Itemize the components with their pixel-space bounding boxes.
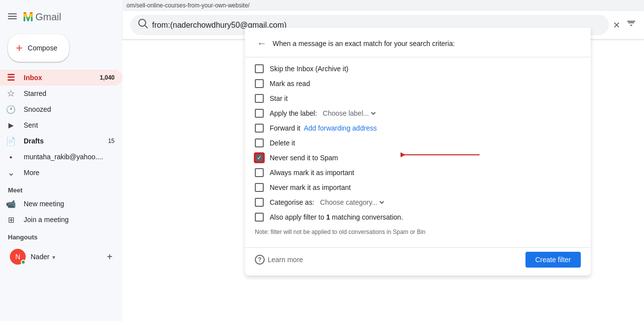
never-spam-label: Never send it to Spam [270,154,338,162]
sidebar-item-email[interactable]: ● muntaha_rakib@yahoo.... [0,149,122,165]
sidebar-item-sent[interactable]: ▶ Sent [0,117,122,133]
sidebar-item-inbox[interactable]: ☰ Inbox 1,040 [0,70,122,86]
sidebar-item-starred[interactable]: ☆ Starred [0,86,122,101]
svg-rect-0 [8,13,17,14]
learn-more-text: Learn more [268,256,303,264]
sidebar-item-label: Drafts [24,137,100,145]
skip-inbox-checkbox[interactable] [255,64,264,73]
hangout-user-item[interactable]: N Nader ▼ + [6,247,117,267]
snoozed-icon: 🕐 [6,104,16,114]
url-text: om/sell-online-courses-from-your-own-web… [126,2,249,9]
filter-row-categorise: Categorise as: Choose category... [255,195,581,210]
category-select[interactable]: Choose category... [318,198,386,207]
drafts-count: 15 [108,138,115,144]
grid-icon: ⊞ [6,215,16,225]
sidebar-item-label: Inbox [24,74,92,82]
starred-icon: ☆ [6,89,16,98]
mark-read-checkbox[interactable] [255,79,264,88]
dropdown-arrow: ▼ [51,255,56,260]
filter-row-never-spam: Never send it to Spam [255,150,581,165]
create-filter-button[interactable]: Create filter [525,252,581,268]
new-meeting-label: New meeting [24,200,115,208]
delete-label: Delete it [270,139,295,147]
online-status-dot [21,260,26,265]
gmail-text-logo: Gmail [36,11,61,23]
learn-more-link[interactable]: ? Learn more [255,255,303,265]
chevron-down-icon: ⌄ [6,168,16,178]
sidebar-item-label: muntaha_rakib@yahoo.... [24,153,115,161]
filter-row-star-it: Star it [255,91,581,106]
gmail-logo: M Gmail [23,9,61,25]
more-label: More [24,169,115,177]
hangouts-section-title: Hangouts [0,228,122,243]
forward-label: Forward it Add forwarding address [270,124,377,132]
video-icon: 📹 [6,199,16,209]
never-important-checkbox[interactable] [255,183,264,192]
add-hangout-button[interactable]: + [105,249,115,265]
arrow-line [401,154,480,155]
help-icon: ? [255,255,265,265]
sidebar-item-drafts[interactable]: 📄 Drafts 15 [0,133,122,149]
forward-checkbox[interactable] [255,124,264,133]
filter-body: Skip the Inbox (Archive it) Mark as read… [245,57,591,245]
filter-panel: ← When a message is an exact match for y… [245,28,591,275]
svg-rect-2 [8,18,17,19]
sidebar-item-more[interactable]: ⌄ More [0,165,122,181]
filter-row-mark-read: Mark as read [255,76,581,91]
filter-row-skip-inbox: Skip the Inbox (Archive it) [255,61,581,76]
filter-title: When a message is an exact match for you… [273,40,455,47]
sidebar-item-join-meeting[interactable]: ⊞ Join a meeting [0,212,122,228]
hangouts-section: N Nader ▼ + [0,243,122,271]
compose-plus-icon: + [16,42,23,54]
categorise-checkbox[interactable] [255,198,264,207]
avatar-letter: N [15,253,20,261]
sidebar: M Gmail + Compose ☰ Inbox 1,040 ☆ Starre… [0,0,122,321]
sidebar-item-label: Sent [24,121,115,129]
star-it-checkbox[interactable] [255,94,264,103]
compose-button[interactable]: + Compose [8,34,69,62]
also-apply-checkbox[interactable] [255,213,264,222]
svg-rect-1 [8,16,17,17]
skip-inbox-label: Skip the Inbox (Archive it) [270,65,349,73]
inbox-icon: ☰ [6,73,16,83]
search-filter-button[interactable] [626,19,636,31]
categorise-label: Categorise as: Choose category... [270,198,386,207]
filter-row-always-important: Always mark it as important [255,165,581,180]
star-it-label: Star it [270,94,288,102]
filter-row-delete: Delete it [255,136,581,150]
search-clear-button[interactable]: ✕ [613,20,620,31]
back-button[interactable]: ← [255,36,269,51]
filter-row-never-important: Never mark it as important [255,180,581,195]
filter-note: Note: filter will not be applied to old … [255,225,581,237]
inbox-count: 1,040 [100,74,115,81]
label-select[interactable]: Choose label... [321,109,377,118]
filter-row-also-apply: Also apply filter to 1 matching conversa… [255,210,581,225]
email-icon: ● [6,152,16,162]
main-content: om/sell-online-courses-from-your-own-web… [122,0,644,321]
delete-checkbox[interactable] [255,138,264,147]
url-bar: om/sell-online-courses-from-your-own-web… [122,0,644,11]
menu-button[interactable] [4,8,21,26]
apply-label-text: Apply the label: Choose label... [270,109,377,118]
sidebar-nav: ☰ Inbox 1,040 ☆ Starred 🕐 Snoozed ▶ Sent… [0,70,122,181]
filter-footer: ? Learn more Create filter [245,247,591,275]
sidebar-item-new-meeting[interactable]: 📹 New meeting [0,196,122,212]
filter-row-apply-label: Apply the label: Choose label... [255,106,581,121]
sidebar-header: M Gmail [0,4,122,30]
always-important-label: Always mark it as important [270,169,354,177]
drafts-icon: 📄 [6,136,16,146]
hangout-user-name: Nader ▼ [31,253,100,261]
search-icon [138,19,148,31]
sidebar-item-label: Snoozed [24,105,115,113]
mark-read-label: Mark as read [270,80,310,88]
always-important-checkbox[interactable] [255,168,264,177]
never-spam-checkbox[interactable] [255,153,264,162]
add-forwarding-link[interactable]: Add forwarding address [304,124,377,132]
gmail-m-logo: M [23,9,34,25]
avatar: N [10,249,26,265]
arrow-annotation [401,154,480,155]
sidebar-item-label: Starred [24,90,115,97]
apply-label-checkbox[interactable] [255,109,264,118]
sidebar-item-snoozed[interactable]: 🕐 Snoozed [0,101,122,117]
compose-label: Compose [28,44,57,52]
